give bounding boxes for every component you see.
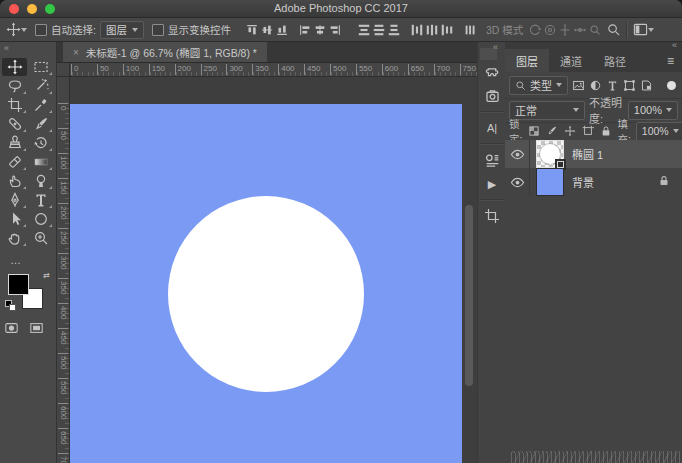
crop-tool[interactable] [2,96,27,114]
auto-select-dropdown[interactable]: 图层 [100,21,144,39]
filter-type-layers-icon[interactable] [606,79,619,92]
spot-healing-brush-tool[interactable] [2,115,27,133]
ruler-vertical[interactable]: 0501001502002503003504004505005506006507… [57,77,70,463]
paragraph-panel-icon[interactable] [478,148,506,172]
lock-position-icon[interactable] [563,125,576,138]
dodge-tool[interactable] [28,172,53,190]
swap-colors-icon[interactable]: ⇄ [43,271,50,280]
workspace-icon[interactable] [633,22,648,37]
quick-mask-icon[interactable] [4,320,19,335]
actions-panel-icon[interactable]: ▶ [478,172,506,196]
3d-slide-icon [572,22,587,37]
dock-collapse-icon[interactable]: « [493,43,498,52]
ruler-label: 100 [58,153,68,169]
magic-wand-tool[interactable] [28,77,53,95]
vertical-scrollbar-thumb[interactable] [465,205,473,386]
panel-menu-icon[interactable]: ≡ [659,49,682,72]
align-left-edges-icon[interactable] [298,22,313,37]
lock-image-icon[interactable] [545,125,558,138]
gradient-tool[interactable] [28,153,53,171]
stock-panel-icon[interactable] [478,84,506,108]
brush-tool[interactable] [28,115,53,133]
document-tab[interactable]: × 未标题-1 @ 66.7% (椭圆 1, RGB/8) * [63,42,267,62]
lock-artboard-icon[interactable] [581,125,594,138]
distribute-left-edges-icon[interactable] [410,22,425,37]
ruler-label: 500 [330,64,346,75]
layer-row-background[interactable]: 背景 [505,168,682,196]
auto-select-label: 自动选择: [51,22,96,37]
tool-preset-caret-icon[interactable] [21,28,27,32]
ruler-label: 300 [58,253,68,269]
clone-stamp-tool[interactable] [2,134,27,152]
distribute-top-edges-icon[interactable] [357,22,372,37]
ruler-corner [57,63,70,77]
align-right-edges-icon[interactable] [328,22,343,37]
ruler-label: 350 [252,64,268,75]
type-tool[interactable] [28,191,53,209]
workspace-caret-icon[interactable] [648,28,654,32]
ruler-label: 0 [71,64,78,75]
character-panel-icon[interactable]: A| [478,116,506,140]
distribute-spacing-icon[interactable] [463,22,478,37]
screen-mode-icon[interactable] [29,320,44,335]
opacity-dropdown[interactable]: 100% [628,101,678,120]
ruler-label: 700 [58,453,68,463]
lasso-tool[interactable] [2,77,27,95]
filter-shape-layers-icon[interactable] [623,79,636,92]
align-top-edges-icon[interactable] [245,22,260,37]
filter-smart-objects-icon[interactable] [640,79,653,92]
ellipse-tool[interactable] [28,210,53,228]
layer-visibility-toggle[interactable] [505,168,530,196]
document-canvas[interactable] [70,104,462,463]
distribute-right-edges-icon[interactable] [440,22,455,37]
crop-panel-icon[interactable] [478,204,506,228]
ruler-horizontal[interactable]: 0501001502002503003504004505005506006507… [57,63,477,77]
eraser-tool[interactable] [2,153,27,171]
move-tool-preset-icon[interactable] [6,22,21,37]
smudge-tool[interactable] [2,172,27,190]
fill-dropdown[interactable]: 100% [636,122,682,141]
filter-type-dropdown[interactable]: 类型 [509,76,568,95]
eyedropper-tool[interactable] [28,96,53,114]
rectangular-marquee-tool[interactable] [28,58,53,76]
default-colors-icon[interactable] [5,300,16,311]
ruler-label: 100 [123,64,139,75]
layer-name[interactable]: 椭圆 1 [572,146,603,162]
toolbar-collapse-icon[interactable]: « [4,44,9,53]
show-transform-checkbox[interactable] [152,24,164,36]
extensions-panel-icon[interactable] [478,60,506,84]
path-selection-tool[interactable] [2,210,27,228]
layer-filtering-toggle[interactable] [667,81,676,90]
tab-paths[interactable]: 路径 [593,49,637,72]
ruler-label: 650 [58,428,68,444]
filter-adjustment-layers-icon[interactable] [589,79,602,92]
distribute-vertical-centers-icon[interactable] [372,22,387,37]
tab-channels[interactable]: 通道 [549,49,593,72]
layer-row-ellipse[interactable]: 椭圆 1 [505,140,682,168]
close-tab-icon[interactable]: × [73,47,79,58]
lock-transparency-icon[interactable] [527,125,540,138]
align-bottom-edges-icon[interactable] [275,22,290,37]
fill-caret-icon [673,129,679,133]
distribute-horizontal-centers-icon[interactable] [425,22,440,37]
foreground-color-swatch[interactable] [8,274,29,295]
move-tool[interactable] [2,58,27,76]
filter-pixel-layers-icon[interactable] [572,79,585,92]
pen-tool[interactable] [2,191,27,209]
hand-tool[interactable] [2,229,27,247]
pasteboard [70,77,477,463]
lock-all-icon[interactable] [599,125,612,138]
tab-layers[interactable]: 图层 [505,49,549,72]
ruler-label: 200 [175,64,191,75]
distribute-bottom-edges-icon[interactable] [387,22,402,37]
align-vertical-centers-icon[interactable] [260,22,275,37]
layer-thumbnail-background[interactable] [536,168,564,196]
align-horizontal-centers-icon[interactable] [313,22,328,37]
zoom-tool[interactable] [28,229,53,247]
layer-name[interactable]: 背景 [572,174,594,190]
layer-thumbnail-ellipse[interactable] [536,140,564,168]
history-brush-tool[interactable] [28,134,53,152]
auto-select-checkbox[interactable] [35,24,47,36]
search-icon[interactable] [606,22,621,37]
layer-visibility-toggle[interactable] [505,140,530,168]
